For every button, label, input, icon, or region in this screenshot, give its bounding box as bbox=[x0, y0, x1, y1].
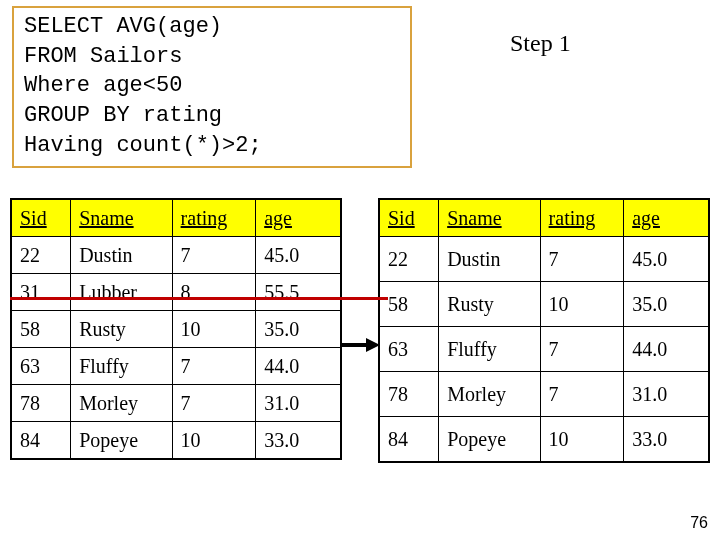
col-sid: Sid bbox=[11, 199, 71, 237]
cell: 7 bbox=[172, 237, 256, 274]
cell: 31 bbox=[11, 274, 71, 311]
col-sid: Sid bbox=[379, 199, 439, 237]
cell: 84 bbox=[379, 417, 439, 463]
cell: 78 bbox=[379, 372, 439, 417]
cell: 58 bbox=[379, 282, 439, 327]
arrow-right-icon bbox=[342, 338, 380, 352]
table-row: 84 Popeye 10 33.0 bbox=[379, 417, 709, 463]
cell: 7 bbox=[540, 237, 624, 282]
table-row: 84 Popeye 10 33.0 bbox=[11, 422, 341, 460]
strikethrough-line bbox=[10, 297, 388, 300]
cell: 44.0 bbox=[256, 348, 341, 385]
cell: 7 bbox=[540, 327, 624, 372]
table-row: 22 Dustin 7 45.0 bbox=[11, 237, 341, 274]
sql-line: SELECT AVG(age) bbox=[24, 12, 400, 42]
sql-query-box: SELECT AVG(age) FROM Sailors Where age<5… bbox=[12, 6, 412, 168]
col-age: age bbox=[256, 199, 341, 237]
cell: 63 bbox=[11, 348, 71, 385]
table-row: 63 Fluffy 7 44.0 bbox=[11, 348, 341, 385]
cell: 78 bbox=[11, 385, 71, 422]
cell: Fluffy bbox=[71, 348, 172, 385]
cell: 33.0 bbox=[256, 422, 341, 460]
cell: 7 bbox=[172, 348, 256, 385]
col-sname: Sname bbox=[439, 199, 540, 237]
cell: Rusty bbox=[439, 282, 540, 327]
col-rating: rating bbox=[172, 199, 256, 237]
sql-line: Having count(*)>2; bbox=[24, 131, 400, 161]
table-row: 78 Morley 7 31.0 bbox=[11, 385, 341, 422]
cell: 8 bbox=[172, 274, 256, 311]
source-table: Sid Sname rating age 22 Dustin 7 45.0 31… bbox=[10, 198, 342, 460]
cell: Dustin bbox=[71, 237, 172, 274]
table-header-row: Sid Sname rating age bbox=[379, 199, 709, 237]
result-table: Sid Sname rating age 22 Dustin 7 45.0 58… bbox=[378, 198, 710, 463]
cell: 10 bbox=[172, 422, 256, 460]
cell: Morley bbox=[439, 372, 540, 417]
cell: 22 bbox=[379, 237, 439, 282]
page-number: 76 bbox=[690, 514, 708, 532]
col-sname: Sname bbox=[71, 199, 172, 237]
cell: Dustin bbox=[439, 237, 540, 282]
table-row: 58 Rusty 10 35.0 bbox=[379, 282, 709, 327]
table-row: 31 Lubber 8 55.5 bbox=[11, 274, 341, 311]
cell: 55.5 bbox=[256, 274, 341, 311]
cell: 31.0 bbox=[256, 385, 341, 422]
table-row: 58 Rusty 10 35.0 bbox=[11, 311, 341, 348]
cell: 58 bbox=[11, 311, 71, 348]
cell: 44.0 bbox=[624, 327, 709, 372]
cell: 33.0 bbox=[624, 417, 709, 463]
cell: 10 bbox=[540, 417, 624, 463]
cell: Popeye bbox=[71, 422, 172, 460]
col-age: age bbox=[624, 199, 709, 237]
cell: 7 bbox=[540, 372, 624, 417]
table-row: 22 Dustin 7 45.0 bbox=[379, 237, 709, 282]
cell: 84 bbox=[11, 422, 71, 460]
table-row: 63 Fluffy 7 44.0 bbox=[379, 327, 709, 372]
sql-line: FROM Sailors bbox=[24, 42, 400, 72]
cell: 35.0 bbox=[256, 311, 341, 348]
col-rating: rating bbox=[540, 199, 624, 237]
cell: 45.0 bbox=[256, 237, 341, 274]
table-header-row: Sid Sname rating age bbox=[11, 199, 341, 237]
sql-line: Where age<50 bbox=[24, 71, 400, 101]
cell: 10 bbox=[540, 282, 624, 327]
cell: 7 bbox=[172, 385, 256, 422]
cell: 22 bbox=[11, 237, 71, 274]
cell: 63 bbox=[379, 327, 439, 372]
cell: Rusty bbox=[71, 311, 172, 348]
step-label: Step 1 bbox=[510, 30, 571, 57]
tables-row: Sid Sname rating age 22 Dustin 7 45.0 31… bbox=[10, 198, 710, 463]
cell: Morley bbox=[71, 385, 172, 422]
cell: 10 bbox=[172, 311, 256, 348]
cell: 31.0 bbox=[624, 372, 709, 417]
sql-line: GROUP BY rating bbox=[24, 101, 400, 131]
cell: Popeye bbox=[439, 417, 540, 463]
cell: Fluffy bbox=[439, 327, 540, 372]
cell: 35.0 bbox=[624, 282, 709, 327]
table-row: 78 Morley 7 31.0 bbox=[379, 372, 709, 417]
cell: Lubber bbox=[71, 274, 172, 311]
cell: 45.0 bbox=[624, 237, 709, 282]
